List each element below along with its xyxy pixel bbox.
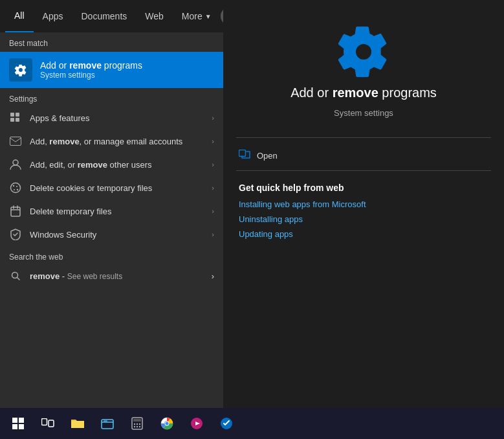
settings-section-label: Settings — [0, 88, 223, 106]
user-icon — [9, 158, 22, 171]
svg-rect-15 — [12, 418, 17, 423]
menu-item-apps-features[interactable]: Apps & features › — [0, 106, 223, 129]
email-label: Add, remove, or manage email accounts — [30, 137, 204, 146]
menu-item-cookies[interactable]: Delete cookies or temporary files › — [0, 176, 223, 199]
divider1 — [236, 137, 491, 138]
svg-point-6 — [11, 183, 21, 193]
store-icon[interactable] — [212, 409, 241, 438]
chevron-right-icon5: › — [212, 207, 214, 215]
svg-point-25 — [134, 423, 135, 425]
web-search-item[interactable]: remove - See web results › — [0, 264, 223, 287]
chevron-down-icon: ▼ — [205, 13, 212, 20]
chevron-right-icon3: › — [212, 161, 214, 168]
chevron-right-icon6: › — [212, 231, 214, 238]
svg-rect-1 — [16, 113, 19, 117]
web-search-text: remove - See web results — [30, 271, 204, 281]
web-search-keyword: remove — [30, 271, 60, 281]
best-match-text: Add or remove programs System settings — [40, 60, 142, 80]
svg-point-9 — [14, 189, 15, 190]
open-button[interactable]: Open — [223, 144, 504, 166]
svg-rect-13 — [239, 150, 246, 157]
calculator-icon[interactable] — [123, 409, 151, 438]
right-hero: Add or remove programs System settings — [223, 0, 504, 131]
open-label: Open — [257, 151, 278, 161]
quick-help-link-1[interactable]: Installing web apps from Microsoft — [239, 199, 488, 209]
left-panel: All Apps Documents Web More ▼ Z ··· ✕ Be… — [0, 0, 223, 414]
users-label: Add, edit, or remove other users — [30, 160, 204, 170]
web-section-label: Search the web — [0, 246, 223, 264]
tab-bar: All Apps Documents Web More ▼ Z ··· ✕ — [0, 0, 223, 32]
apps-features-label: Apps & features — [30, 113, 204, 123]
apps-icon — [9, 111, 22, 124]
best-match-subtitle: System settings — [40, 71, 142, 80]
temp-files-label: Delete temporary files — [30, 207, 204, 216]
svg-rect-0 — [10, 113, 14, 117]
svg-rect-11 — [11, 207, 20, 216]
menu-item-email[interactable]: Add, remove, or manage email accounts › — [0, 129, 223, 153]
tab-all[interactable]: All — [5, 0, 34, 32]
settings-icon — [9, 58, 32, 82]
browser-icon[interactable] — [93, 409, 122, 438]
gear-icon-large — [338, 26, 389, 78]
svg-point-27 — [139, 423, 140, 425]
chrome-icon[interactable] — [153, 409, 181, 438]
tab-web[interactable]: Web — [136, 0, 173, 32]
search-icon — [9, 269, 22, 282]
svg-rect-16 — [19, 418, 24, 423]
svg-point-8 — [16, 186, 17, 187]
quick-help-section: Get quick help from web Installing web a… — [223, 175, 504, 252]
right-title: Add or remove programs — [290, 85, 437, 100]
menu-item-users[interactable]: Add, edit, or remove other users › — [0, 153, 223, 176]
quick-help-link-3[interactable]: Updating apps — [239, 229, 488, 239]
start-button[interactable] — [4, 409, 32, 438]
svg-point-26 — [137, 423, 138, 425]
tab-apps[interactable]: Apps — [34, 0, 72, 32]
svg-rect-24 — [133, 419, 141, 422]
temp-files-icon — [9, 205, 22, 218]
windows-security-label: Windows Security — [30, 230, 204, 240]
svg-rect-2 — [10, 118, 14, 122]
svg-point-28 — [134, 426, 135, 427]
task-view-icon[interactable] — [34, 409, 62, 438]
svg-point-5 — [13, 160, 18, 165]
svg-rect-22 — [104, 421, 107, 422]
svg-rect-17 — [12, 424, 17, 429]
svg-point-30 — [139, 426, 140, 427]
tab-more[interactable]: More ▼ — [173, 0, 221, 32]
svg-rect-4 — [10, 137, 21, 146]
right-panel: Add or remove programs System settings O… — [223, 0, 504, 414]
svg-rect-3 — [16, 118, 19, 122]
svg-rect-20 — [49, 420, 54, 427]
right-subtitle: System settings — [334, 108, 393, 118]
menu-item-windows-security[interactable]: Windows Security › — [0, 223, 223, 246]
tab-documents[interactable]: Documents — [72, 0, 136, 32]
taskbar — [0, 408, 504, 439]
svg-point-34 — [166, 422, 169, 425]
chevron-right-icon4: › — [212, 184, 214, 192]
chevron-right-icon: › — [212, 114, 214, 122]
svg-point-29 — [137, 426, 138, 427]
email-icon — [9, 135, 22, 148]
svg-rect-19 — [42, 419, 47, 425]
file-explorer-icon[interactable] — [63, 409, 92, 438]
shield-icon — [9, 228, 22, 241]
chevron-right-icon7: › — [212, 271, 214, 281]
best-match-title: Add or remove programs — [40, 60, 142, 71]
cookies-icon — [9, 181, 22, 194]
svg-point-10 — [17, 189, 18, 190]
quick-help-title: Get quick help from web — [239, 183, 488, 193]
svg-rect-18 — [19, 424, 24, 429]
svg-point-7 — [13, 185, 14, 186]
menu-item-temp-files[interactable]: Delete temporary files › — [0, 199, 223, 223]
divider2 — [236, 170, 491, 171]
quick-help-link-2[interactable]: Uninstalling apps — [239, 214, 488, 224]
web-search-suffix: - See web results — [60, 271, 122, 281]
media-icon[interactable] — [182, 409, 211, 438]
best-match-label: Best match — [0, 32, 223, 52]
chevron-right-icon2: › — [212, 137, 214, 145]
open-icon — [239, 150, 250, 161]
cookies-label: Delete cookies or temporary files — [30, 183, 204, 193]
best-match-item[interactable]: Add or remove programs System settings — [0, 52, 223, 88]
